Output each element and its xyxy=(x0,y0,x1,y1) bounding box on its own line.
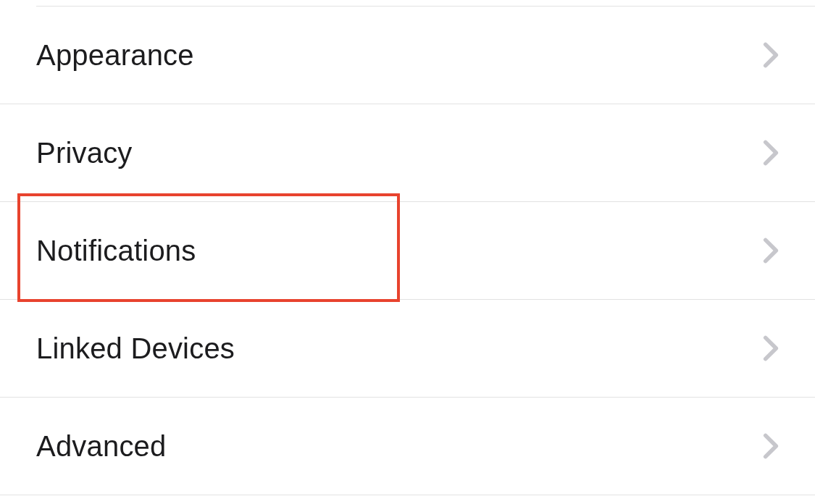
settings-item-label: Appearance xyxy=(36,39,194,72)
chevron-right-icon xyxy=(763,335,779,362)
chevron-right-icon xyxy=(763,432,779,460)
settings-item-label: Linked Devices xyxy=(36,332,235,365)
settings-item-linked-devices[interactable]: Linked Devices xyxy=(0,300,815,398)
chevron-right-icon xyxy=(763,139,779,167)
settings-item-privacy[interactable]: Privacy xyxy=(0,104,815,202)
settings-list: Appearance Privacy Notifications Linked … xyxy=(0,0,815,495)
settings-item-advanced[interactable]: Advanced xyxy=(0,398,815,495)
settings-item-label: Advanced xyxy=(36,430,167,463)
settings-item-notifications[interactable]: Notifications xyxy=(0,202,815,300)
chevron-right-icon xyxy=(763,41,779,69)
settings-item-appearance[interactable]: Appearance xyxy=(0,7,815,104)
settings-item-label: Privacy xyxy=(36,137,133,169)
chevron-right-icon xyxy=(763,237,779,264)
settings-item-label: Notifications xyxy=(36,235,196,267)
